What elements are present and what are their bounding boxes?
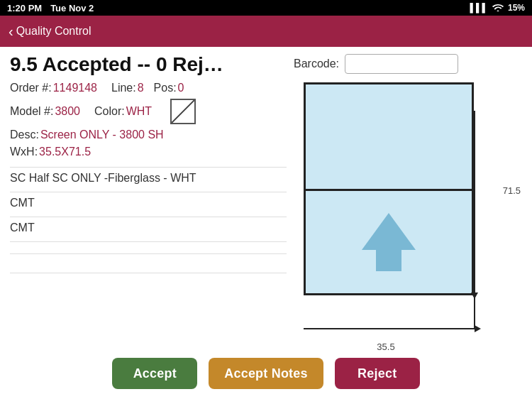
color-value: WHT	[126, 105, 152, 118]
divider-2	[10, 192, 287, 192]
divider-3	[10, 217, 287, 217]
accept-notes-button[interactable]: Accept Notes	[209, 358, 323, 389]
diagram-container: 71.5 35.5	[294, 82, 499, 324]
wifi-icon	[492, 3, 504, 13]
left-panel: 9.5 Accepted -- 0 Rej… Order #: 1149148 …	[10, 54, 287, 392]
right-panel: Barcode: 71.5	[294, 54, 522, 392]
desc-row: Desc: Screen ONLY - 3800 SH	[10, 129, 287, 141]
color-swatch	[170, 99, 196, 124]
divider-4	[10, 241, 287, 242]
axis-arrow-right-icon	[475, 325, 481, 332]
order-row: Order #: 1149148 Line: 8 Pos: 0	[10, 82, 287, 94]
color-label: Color:	[94, 105, 125, 118]
status-bar: 1:20 PM Tue Nov 2 ▌▌▌ 15%	[0, 0, 532, 16]
wxh-row: WxH: 35.5X71.5	[10, 146, 287, 158]
glass-top-pane	[306, 84, 472, 191]
divider-1	[10, 167, 287, 168]
order-value: 1149148	[53, 82, 97, 94]
status-time: 1:20 PM	[7, 3, 42, 13]
pos-value: 0	[178, 82, 184, 94]
axis-horizontal	[304, 328, 477, 329]
divider-5	[10, 253, 287, 254]
glass-frame	[304, 82, 474, 295]
glass-bottom-pane	[306, 191, 472, 293]
line-value: 8	[138, 82, 144, 94]
barcode-input[interactable]	[345, 54, 458, 74]
divider-6	[10, 273, 287, 273]
detail-line-1: SC Half SC ONLY -Fiberglass - WHT	[10, 172, 287, 185]
model-label: Model #:	[10, 105, 53, 118]
status-right: ▌▌▌ 15%	[470, 3, 525, 13]
status-date: Tue Nov 2	[50, 3, 94, 13]
back-chevron-icon: ‹	[9, 24, 13, 38]
detail-line-3: CMT	[10, 222, 287, 234]
dim-width-label: 35.5	[377, 341, 394, 352]
main-content: 9.5 Accepted -- 0 Rej… Order #: 1149148 …	[0, 47, 532, 399]
barcode-label: Barcode:	[294, 58, 339, 70]
reject-button[interactable]: Reject	[335, 358, 420, 389]
wxh-value: 35.5X71.5	[39, 146, 91, 158]
barcode-row: Barcode:	[294, 54, 458, 74]
line-label: Line:	[111, 82, 136, 94]
summary-title: 9.5 Accepted -- 0 Rej…	[10, 54, 287, 76]
status-left: 1:20 PM Tue Nov 2	[7, 3, 94, 13]
model-row: Model #: 3800 Color: WHT	[10, 99, 287, 124]
battery-icon: 15%	[508, 3, 525, 13]
accept-button[interactable]: Accept	[112, 358, 197, 389]
battery-level: 15%	[508, 3, 525, 13]
desc-label: Desc:	[10, 129, 39, 141]
pos-label: Pos:	[154, 82, 177, 94]
dim-height-label: 71.5	[503, 185, 521, 196]
back-button[interactable]: ‹ Quality Control	[9, 24, 92, 38]
arrow-head	[362, 213, 416, 250]
nav-bar: ‹ Quality Control	[0, 16, 532, 47]
detail-line-2: CMT	[10, 197, 287, 209]
bottom-bar: Accept Accept Notes Reject	[0, 358, 532, 389]
arrow-stem	[376, 250, 401, 271]
signal-icon: ▌▌▌	[470, 3, 488, 13]
back-label: Quality Control	[16, 25, 92, 38]
wxh-label: WxH:	[10, 146, 38, 158]
axis-arrow-down-icon	[471, 293, 478, 299]
order-label: Order #:	[10, 82, 52, 94]
desc-value: Screen ONLY - 3800 SH	[40, 129, 164, 141]
model-value: 3800	[55, 105, 80, 118]
